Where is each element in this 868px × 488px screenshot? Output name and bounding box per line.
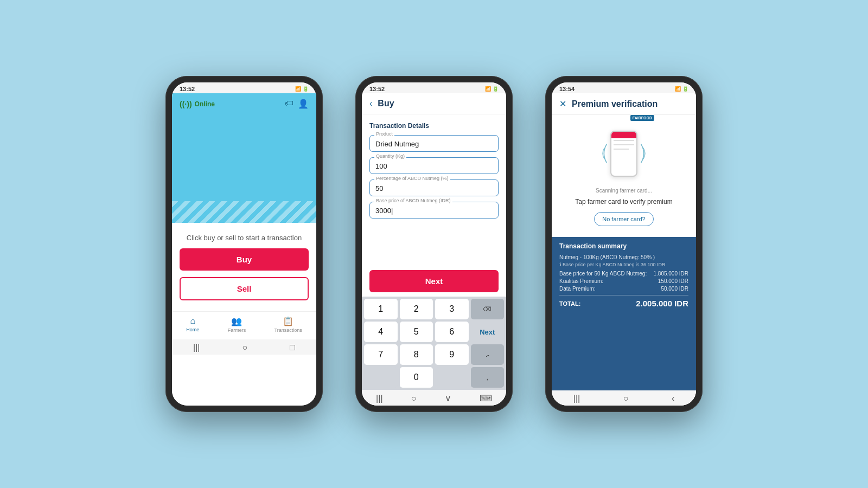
- key-8[interactable]: 8: [400, 344, 433, 365]
- scan-area: FAIRFOOD Scanning farmer card... Tap far…: [552, 115, 696, 237]
- bottom-nav: ⌂ Home 👥 Farmers 📋 Transactions: [172, 311, 316, 339]
- percentage-label: Percentage of ABCD Nutmeg (%): [374, 176, 450, 181]
- summary-row-1-label: Base price for 50 Kg ABCD Nutmeg:: [559, 271, 647, 277]
- info-icon: ℹ: [559, 262, 561, 267]
- scan-label: Scanning farmer card...: [596, 188, 652, 194]
- scan-line-1: [614, 140, 634, 141]
- summary-info-text: Base price per Kg ABCD Nutmeg is 36.100 …: [563, 262, 666, 267]
- key-6[interactable]: 6: [435, 322, 469, 342]
- battery-icon-3: 🔋: [682, 86, 688, 92]
- status-icons-3: 📶 🔋: [675, 86, 688, 92]
- summary-row-3-value: 50.000 IDR: [661, 286, 688, 292]
- home-icon: ⌂: [190, 316, 195, 326]
- key-dot[interactable]: .-: [471, 344, 505, 365]
- numpad-row-1: 1 2 3 ⌫: [364, 299, 504, 319]
- buy-header: ‹ Buy: [362, 93, 506, 114]
- key-0[interactable]: 0: [400, 367, 433, 388]
- summary-row-2-value: 150.000 IDR: [658, 278, 688, 284]
- buy-content: ‹ Buy Transaction Details Product Dried …: [362, 93, 506, 406]
- summary-desc: Nutmeg - 100Kg (ABCD Nutmeg: 50% ): [559, 254, 688, 260]
- status-bar-1: 13:52 📶 🔋: [172, 82, 316, 93]
- nav-transactions-label: Transactions: [275, 328, 302, 333]
- instruction-text: Click buy or sell to start a transaction: [187, 234, 302, 242]
- percentage-field[interactable]: Percentage of ABCD Nutmeg (%) 50: [369, 179, 499, 196]
- numpad-row-3: 7 8 9 .-: [364, 344, 504, 365]
- buy-button[interactable]: Buy: [180, 248, 309, 271]
- wave-right-icon: [637, 143, 650, 164]
- nav-home[interactable]: ⌂ Home: [186, 316, 199, 333]
- user-icon: 👤: [298, 99, 309, 109]
- nav-farmers-label: Farmers: [228, 328, 246, 333]
- key-9[interactable]: 9: [435, 344, 469, 365]
- next-button[interactable]: Next: [369, 270, 499, 292]
- back-nav-icon-3: |||: [573, 394, 580, 403]
- battery-icon: 🔋: [303, 86, 309, 92]
- summary-row-1-value: 1.805.000 IDR: [654, 271, 689, 277]
- summary-row-2-label: Kualitas Premium:: [559, 278, 603, 284]
- recents-nav-icon-3: ‹: [672, 394, 674, 403]
- key-comma[interactable]: ,: [471, 367, 505, 388]
- status-icons-2: 📶 🔋: [485, 86, 499, 92]
- total-value: 2.005.000 IDR: [636, 299, 688, 308]
- status-time-1: 13:52: [180, 86, 195, 92]
- key-3[interactable]: 3: [435, 299, 469, 319]
- key-7[interactable]: 7: [364, 344, 398, 365]
- numpad: 1 2 3 ⌫ 4 5 6 Next 7 8 9 .-: [362, 297, 506, 390]
- base-price-field[interactable]: Base price of ABCD Nutmeg (IDR) 3000: [369, 202, 499, 219]
- online-badge: ((·)) Online: [180, 100, 215, 108]
- close-button[interactable]: ✕: [559, 99, 566, 109]
- back-nav-icon-2: |||: [376, 394, 382, 403]
- nav-transactions[interactable]: 📋 Transactions: [275, 316, 302, 333]
- quantity-value: 100: [375, 161, 493, 170]
- status-time-3: 13:54: [559, 86, 575, 92]
- key-5[interactable]: 5: [400, 322, 433, 342]
- sell-button[interactable]: Sell: [180, 277, 309, 300]
- signal-icon-3: 📶: [675, 86, 681, 92]
- product-value: Dried Nutmeg: [375, 139, 493, 148]
- key-1[interactable]: 1: [364, 299, 398, 319]
- tap-label: Tap farmer card to verify premium: [575, 198, 672, 206]
- back-nav-icon: |||: [193, 343, 200, 352]
- header-action-icons: 🏷 👤: [285, 99, 309, 109]
- summary-info: ℹ Base price per Kg ABCD Nutmeg is 36.10…: [559, 262, 688, 267]
- scan-header-stripe: [611, 132, 636, 138]
- premium-content: ✕ Premium verification: [552, 93, 696, 406]
- wifi-icon: ((·)): [180, 100, 192, 108]
- android-nav-bar-1: ||| ○ □: [172, 339, 316, 355]
- quantity-field[interactable]: Quantity (Kg) 100: [369, 157, 499, 174]
- home-header: ((·)) Online 🏷 👤: [172, 93, 316, 114]
- scan-phone-body: [610, 131, 637, 177]
- premium-title: Premium verification: [572, 99, 658, 109]
- product-field[interactable]: Product Dried Nutmeg: [369, 135, 499, 152]
- signal-icon: 📶: [295, 86, 301, 92]
- percentage-value: 50: [375, 183, 493, 192]
- android-nav-bar-3: ||| ○ ‹: [552, 390, 696, 406]
- transaction-summary: Transaction summary Nutmeg - 100Kg (ABCD…: [552, 237, 696, 390]
- nav-farmers[interactable]: 👥 Farmers: [228, 316, 246, 333]
- section-label: Transaction Details: [369, 122, 499, 130]
- key-empty-right: [435, 367, 469, 388]
- summary-row-1: Base price for 50 Kg ABCD Nutmeg: 1.805.…: [559, 271, 688, 277]
- buy-title: Buy: [378, 99, 394, 108]
- key-next[interactable]: Next: [471, 322, 505, 342]
- signal-icon-2: 📶: [485, 86, 491, 92]
- key-2[interactable]: 2: [400, 299, 433, 319]
- key-backspace[interactable]: ⌫: [471, 299, 505, 319]
- fairfood-badge: FAIRFOOD: [630, 115, 654, 121]
- wave-left-icon: [598, 143, 611, 164]
- transaction-form: Transaction Details Product Dried Nutmeg…: [362, 114, 506, 270]
- base-price-value: 3000: [375, 206, 493, 215]
- quantity-label: Quantity (Kg): [374, 153, 406, 159]
- home-banner: [172, 114, 316, 223]
- back-button[interactable]: ‹: [369, 99, 372, 108]
- recents-nav-icon-2: ∨: [445, 393, 451, 403]
- summary-divider: [559, 295, 688, 296]
- no-farmer-button[interactable]: No farmer card?: [594, 212, 653, 226]
- phone-2: 13:52 📶 🔋 ‹ Buy Transaction Details Prod…: [355, 76, 513, 412]
- online-label: Online: [195, 100, 215, 108]
- summary-row-2: Kualitas Premium: 150.000 IDR: [559, 278, 688, 284]
- summary-row-3: Data Premium: 50.000 IDR: [559, 286, 688, 292]
- key-4[interactable]: 4: [364, 322, 398, 342]
- home-nav-icon: ○: [242, 343, 248, 352]
- scan-illustration: FAIRFOOD: [602, 124, 646, 183]
